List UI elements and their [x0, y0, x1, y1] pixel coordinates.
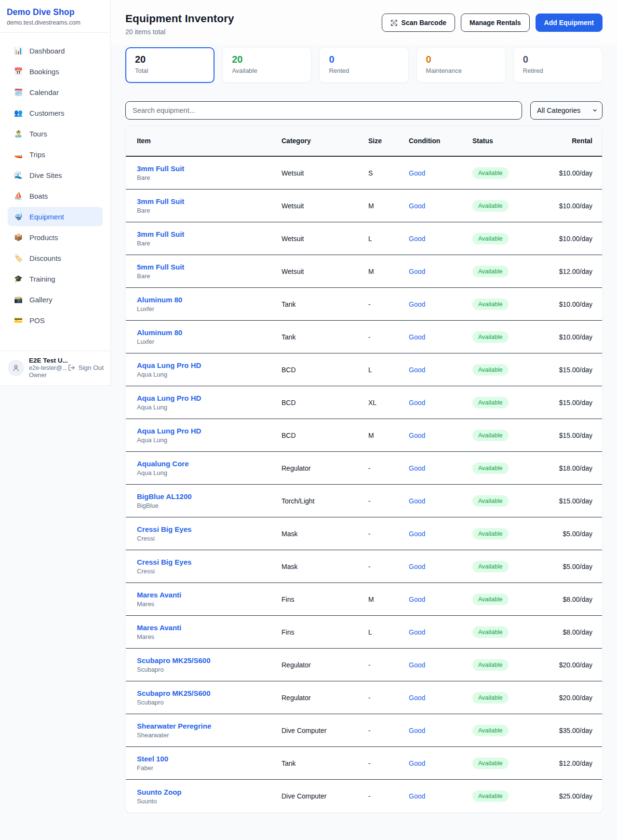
nav-item-icon: 🚤 [13, 151, 23, 158]
stat-card[interactable]: 20 Available [222, 47, 311, 83]
sidebar-nav-item[interactable]: 🏝️ Tours [8, 124, 103, 143]
status-cell: Available [472, 659, 550, 671]
item-name-link[interactable]: 5mm Full Suit [137, 263, 282, 271]
item-name-link[interactable]: 3mm Full Suit [137, 230, 282, 238]
item-name-link[interactable]: Shearwater Peregrine [137, 722, 282, 730]
search-input[interactable] [125, 101, 522, 120]
condition-link[interactable]: Good [409, 235, 472, 243]
condition-link[interactable]: Good [409, 464, 472, 472]
table-row: Shearwater Peregrine Shearwater Dive Com… [126, 714, 602, 747]
item-name-link[interactable]: Cressi Big Eyes [137, 525, 282, 533]
sidebar-nav-item[interactable]: 🎓 Training [8, 269, 103, 288]
status-badge: Available [472, 594, 509, 605]
user-box: E2E Test U... e2e-tester@... Owner Sign … [0, 351, 110, 385]
sidebar-nav-item[interactable]: 👥 Customers [8, 103, 103, 122]
item-name-link[interactable]: Suunto Zoop [137, 788, 282, 796]
sidebar-nav-item[interactable]: 🚤 Trips [8, 145, 103, 164]
table-row: Steel 100 Faber Tank - Good Available $1… [126, 747, 602, 780]
condition-link[interactable]: Good [409, 661, 472, 669]
size-cell: - [368, 464, 409, 472]
item-name-link[interactable]: Scubapro MK25/S600 [137, 656, 282, 664]
status-badge: Available [472, 758, 509, 769]
condition-link[interactable]: Good [409, 366, 472, 374]
item-brand: BigBlue [137, 502, 282, 509]
stat-label: Total [135, 67, 205, 74]
condition-link[interactable]: Good [409, 432, 472, 439]
item-name-link[interactable]: Scubapro MK25/S600 [137, 689, 282, 697]
sidebar-nav-item[interactable]: 💳 POS [8, 311, 103, 330]
stat-label: Maintenance [426, 67, 496, 74]
condition-link[interactable]: Good [409, 202, 472, 210]
item-name-link[interactable]: 3mm Full Suit [137, 197, 282, 205]
condition-link[interactable]: Good [409, 596, 472, 603]
size-cell: - [368, 333, 409, 341]
item-cell: Cressi Big Eyes Cressi [137, 525, 282, 542]
item-name-link[interactable]: Aqua Lung Pro HD [137, 361, 282, 369]
rental-cell: $10.00/day [550, 235, 592, 243]
size-cell: L [368, 235, 409, 243]
condition-link[interactable]: Good [409, 399, 472, 406]
status-cell: Available [472, 561, 550, 572]
stat-card[interactable]: 0 Retired [513, 47, 603, 83]
sidebar-nav-item[interactable]: 🤿 Equipment [8, 207, 103, 226]
status-badge: Available [472, 200, 509, 212]
add-equipment-button[interactable]: Add Equipment [536, 14, 603, 32]
table-row: 3mm Full Suit Bare Wetsuit S Good Availa… [126, 157, 602, 190]
condition-link[interactable]: Good [409, 169, 472, 177]
size-cell: - [368, 759, 409, 767]
condition-link[interactable]: Good [409, 759, 472, 767]
item-cell: Scubapro MK25/S600 Scubapro [137, 656, 282, 673]
category-cell: Wetsuit [282, 202, 368, 210]
size-cell: - [368, 792, 409, 800]
sign-out-label: Sign Out [78, 364, 104, 371]
condition-link[interactable]: Good [409, 497, 472, 505]
condition-link[interactable]: Good [409, 563, 472, 570]
status-badge: Available [472, 626, 509, 638]
sidebar-nav-item[interactable]: ⛵ Boats [8, 186, 103, 205]
item-name-link[interactable]: Aqua Lung Pro HD [137, 394, 282, 402]
item-name-link[interactable]: Mares Avanti [137, 623, 282, 632]
manage-rentals-button[interactable]: Manage Rentals [461, 14, 530, 32]
category-cell: Regulator [282, 694, 368, 702]
stat-card[interactable]: 0 Maintenance [416, 47, 506, 83]
condition-link[interactable]: Good [409, 333, 472, 341]
item-name-link[interactable]: Aluminum 80 [137, 328, 282, 337]
sidebar-nav-item[interactable]: 📅 Bookings [8, 62, 103, 81]
sidebar-nav-item[interactable]: 🌊 Dive Sites [8, 165, 103, 185]
rental-cell: $35.00/day [550, 727, 592, 734]
nav-item-label: Calendar [29, 88, 59, 96]
stat-card[interactable]: 20 Total [125, 47, 215, 83]
sidebar-nav-item[interactable]: 📸 Gallery [8, 290, 103, 309]
rental-cell: $10.00/day [550, 169, 592, 177]
stat-card[interactable]: 0 Rented [319, 47, 408, 83]
sidebar-nav-item[interactable]: 🏷️ Discounts [8, 248, 103, 268]
condition-link[interactable]: Good [409, 727, 472, 734]
item-name-link[interactable]: Aqua Lung Pro HD [137, 427, 282, 435]
condition-link[interactable]: Good [409, 792, 472, 800]
stat-label: Retired [523, 67, 593, 74]
status-cell: Available [472, 167, 550, 179]
scan-barcode-button[interactable]: Scan Barcode [382, 14, 455, 32]
stat-value: 0 [426, 54, 496, 65]
item-name-link[interactable]: BigBlue AL1200 [137, 492, 282, 501]
sidebar-nav-item[interactable]: 🗓️ Calendar [8, 82, 103, 102]
condition-link[interactable]: Good [409, 530, 472, 538]
item-name-link[interactable]: Aluminum 80 [137, 296, 282, 304]
sidebar-nav: 📊 Dashboard 📅 Bookings 🗓️ Calendar 👥 Cus… [0, 33, 110, 351]
item-name-link[interactable]: Steel 100 [137, 755, 282, 763]
table-row: Aqua Lung Pro HD Aqua Lung BCD XL Good A… [126, 386, 602, 419]
nav-item-label: Training [29, 275, 55, 283]
item-name-link[interactable]: Aqualung Core [137, 460, 282, 468]
condition-link[interactable]: Good [409, 268, 472, 275]
condition-link[interactable]: Good [409, 300, 472, 308]
category-select[interactable]: All Categories [530, 101, 603, 120]
item-name-link[interactable]: Mares Avanti [137, 591, 282, 599]
condition-link[interactable]: Good [409, 694, 472, 702]
condition-link[interactable]: Good [409, 628, 472, 636]
item-name-link[interactable]: Cressi Big Eyes [137, 558, 282, 566]
item-name-link[interactable]: 3mm Full Suit [137, 164, 282, 173]
sidebar-nav-item[interactable]: 📊 Dashboard [8, 41, 103, 60]
sidebar-nav-item[interactable]: 📦 Products [8, 228, 103, 247]
brand-name[interactable]: Demo Dive Shop [7, 7, 103, 17]
sign-out-button[interactable]: Sign Out [68, 364, 104, 371]
